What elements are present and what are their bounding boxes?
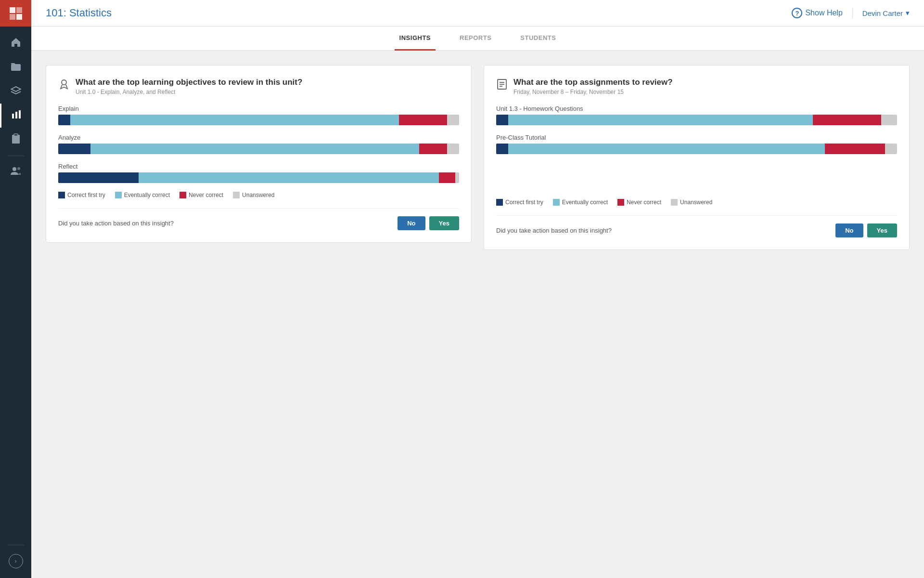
svg-point-13: [17, 167, 20, 170]
bar-homework-correct-first: [496, 115, 508, 125]
header: 101: Statistics ? Show Help Devin Carter…: [31, 0, 924, 26]
legend-right-never: Never correct: [617, 199, 661, 206]
sidebar-item-folder[interactable]: [0, 55, 31, 79]
legend-eventually-label: Eventually correct: [124, 192, 170, 198]
chart-explain-bar: [58, 115, 459, 125]
card-learning-objectives: What are the top learning objectives to …: [46, 65, 472, 243]
bar-preclass-eventually: [508, 144, 825, 154]
sidebar-item-clipboard[interactable]: [0, 128, 31, 152]
folder-icon: [11, 62, 21, 74]
card-right-subtitle: Friday, November 8 – Friday, November 15: [513, 89, 673, 95]
tabs-bar: INSIGHTS REPORTS STUDENTS: [31, 26, 924, 51]
sidebar-bottom-divider: [7, 545, 24, 545]
user-menu[interactable]: Devin Carter ▾: [853, 9, 910, 17]
tab-students[interactable]: STUDENTS: [515, 26, 561, 51]
bar-analyze-unanswered: [447, 144, 459, 154]
sidebar-item-chart[interactable]: [0, 104, 31, 128]
chart-preclass-label: Pre-Class Tutorial: [496, 134, 897, 141]
legend-correct-first-label: Correct first try: [67, 192, 105, 198]
svg-rect-8: [19, 110, 21, 118]
legend-never: Never correct: [180, 192, 223, 198]
content-area: What are the top learning objectives to …: [31, 51, 924, 578]
main-content: 101: Statistics ? Show Help Devin Carter…: [31, 0, 924, 578]
legend-eventually-dot: [115, 192, 122, 198]
show-help-button[interactable]: ? Show Help: [792, 8, 852, 18]
legend-right-correct-first-label: Correct first try: [505, 199, 543, 206]
tab-reports[interactable]: REPORTS: [455, 26, 496, 51]
legend-right-correct-first: Correct first try: [496, 199, 543, 206]
legend-right-unanswered-label: Unanswered: [680, 199, 712, 206]
chart-reflect: Reflect: [58, 163, 459, 183]
card-right-no-button[interactable]: No: [835, 223, 863, 237]
legend-right-eventually-label: Eventually correct: [562, 199, 608, 206]
chevron-down-icon: ▾: [906, 9, 910, 17]
page-title: 101: Statistics: [46, 7, 112, 19]
card-left-yes-button[interactable]: Yes: [429, 216, 459, 230]
card-left-action: Did you take action based on this insigh…: [58, 208, 459, 230]
legend-right-unanswered: Unanswered: [671, 199, 712, 206]
assignment-icon: [496, 79, 508, 92]
bar-preclass-never: [825, 144, 885, 154]
sidebar-item-layers[interactable]: [0, 79, 31, 104]
chart-preclass-bar: [496, 144, 897, 154]
legend-correct-first-dot: [58, 192, 65, 198]
chart-preclass: Pre-Class Tutorial: [496, 134, 897, 154]
sidebar-nav: [0, 31, 31, 184]
card-right-yes-button[interactable]: Yes: [867, 223, 897, 237]
sidebar-divider: [7, 156, 24, 156]
svg-rect-7: [15, 112, 17, 118]
sidebar: ›: [0, 0, 31, 578]
chart-analyze-bar: [58, 144, 459, 154]
card-right-title-group: What are the top assignments to review? …: [513, 78, 673, 95]
chart-explain-label: Explain: [58, 105, 459, 112]
card-left-title: What are the top learning objectives to …: [76, 78, 302, 87]
legend-eventually: Eventually correct: [115, 192, 170, 198]
chart-reflect-bar: [58, 172, 459, 183]
svg-rect-6: [12, 114, 14, 118]
legend-never-label: Never correct: [189, 192, 223, 198]
bar-homework-unanswered: [881, 115, 897, 125]
legend-correct-first: Correct first try: [58, 192, 105, 198]
sidebar-item-home[interactable]: [0, 31, 31, 55]
bar-analyze-never: [419, 144, 447, 154]
card-right-action-question: Did you take action based on this insigh…: [496, 227, 612, 234]
legend-unanswered: Unanswered: [233, 192, 274, 198]
card-left-action-question: Did you take action based on this insigh…: [58, 220, 174, 227]
tab-insights[interactable]: INSIGHTS: [395, 26, 436, 51]
legend-unanswered-label: Unanswered: [242, 192, 274, 198]
svg-marker-5: [11, 87, 21, 92]
svg-rect-3: [16, 14, 22, 20]
card-left-no-button[interactable]: No: [398, 216, 425, 230]
header-actions: ? Show Help Devin Carter ▾: [792, 8, 910, 18]
card-right-legend: Correct first try Eventually correct Nev…: [496, 199, 897, 206]
app-logo[interactable]: [0, 0, 31, 26]
card-assignments: What are the top assignments to review? …: [484, 65, 910, 250]
legend-right-eventually-dot: [553, 199, 560, 206]
sidebar-bottom: ›: [7, 541, 24, 578]
chart-homework: Unit 1.3 - Homework Questions: [496, 105, 897, 125]
sidebar-expand-button[interactable]: ›: [9, 554, 23, 568]
legend-right-never-label: Never correct: [627, 199, 661, 206]
svg-rect-0: [10, 7, 15, 13]
svg-point-14: [62, 80, 66, 85]
card-right-header: What are the top assignments to review? …: [496, 78, 897, 95]
sidebar-item-users[interactable]: [0, 160, 31, 184]
card-right-spacer: [496, 163, 897, 192]
bar-preclass-unanswered: [885, 144, 897, 154]
layers-icon: [11, 86, 21, 98]
legend-unanswered-dot: [233, 192, 240, 198]
legend-right-eventually: Eventually correct: [553, 199, 608, 206]
bar-preclass-correct-first: [496, 144, 508, 154]
card-right-title: What are the top assignments to review?: [513, 78, 673, 87]
card-right-action-buttons: No Yes: [835, 223, 897, 237]
svg-rect-4: [11, 64, 21, 71]
legend-right-never-dot: [617, 199, 624, 206]
chart-homework-label: Unit 1.3 - Homework Questions: [496, 105, 897, 112]
card-right-action: Did you take action based on this insigh…: [496, 215, 897, 237]
legend-right-correct-first-dot: [496, 199, 503, 206]
user-name: Devin Carter: [862, 9, 903, 17]
chart-icon: [11, 110, 22, 122]
chart-analyze: Analyze: [58, 134, 459, 154]
card-left-header: What are the top learning objectives to …: [58, 78, 459, 95]
svg-rect-1: [16, 7, 22, 13]
